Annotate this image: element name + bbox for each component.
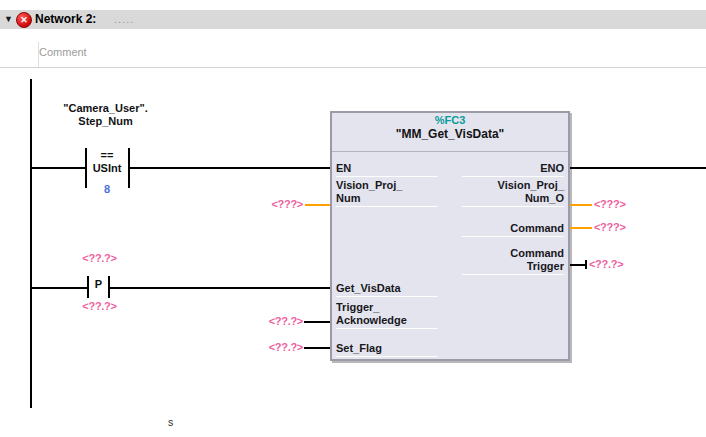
contact1-operator[interactable]: == — [86, 149, 128, 162]
fb-title-separator — [332, 151, 568, 152]
pin-trigger-acknowledge: Trigger_ Acknowledge — [336, 301, 438, 329]
pin-command-trigger-line1: Command — [462, 247, 564, 260]
wire-set-flag — [304, 347, 330, 349]
operand-vision-proj-num-o-placeholder[interactable]: <???> — [594, 198, 644, 211]
wire-command-out — [570, 227, 592, 229]
comment-field[interactable]: Comment — [39, 46, 87, 59]
ladder-editor-canvas: ▼ ✕ Network 2: ..... Comment "Camera_Use… — [0, 0, 706, 437]
operand-command-placeholder[interactable]: <???> — [594, 221, 644, 234]
wire-rail-to-contact1 — [31, 167, 85, 169]
fb-block-mm-get-visdata[interactable]: %FC3 "MM_Get_VisData" EN Vision_Proj_ Nu… — [330, 111, 570, 361]
pin-en: EN — [336, 162, 438, 177]
contact1-operand[interactable]: "Camera_User". Step_Num — [28, 102, 183, 128]
pin-vision-proj-num-o: Vision_Proj_ Num_O — [462, 179, 564, 207]
power-rail — [30, 79, 32, 408]
operand-command-trigger-placeholder[interactable]: <??.?> — [589, 258, 639, 271]
contact2-operand-placeholder[interactable]: <??.?> — [62, 252, 137, 265]
pin-vision-proj-num-o-line1: Vision_Proj_ — [462, 179, 564, 192]
network-header[interactable]: ▼ ✕ Network 2: ..... — [0, 10, 706, 29]
pin-vision-proj-num: Vision_Proj_ Num — [336, 179, 438, 207]
pin-vision-proj-num-line1: Vision_Proj_ — [336, 179, 438, 192]
pin-command: Command — [462, 222, 564, 237]
contact1-operand-line1: "Camera_User". — [28, 102, 183, 115]
pin-vision-proj-num-line2: Num — [336, 192, 438, 205]
contact2-edge-memory-placeholder[interactable]: <??.?> — [62, 300, 137, 313]
wire-command-trigger-terminal-tick — [585, 260, 587, 269]
fb-name[interactable]: "MM_Get_VisData" — [332, 127, 568, 141]
wire-contact2-to-block — [110, 287, 330, 289]
operand-vision-proj-num-placeholder[interactable]: <???> — [253, 198, 303, 211]
contact1-compare-value[interactable]: 8 — [86, 183, 128, 196]
network-title[interactable]: Network 2: — [35, 12, 96, 27]
comment-divider — [0, 67, 706, 68]
pin-command-trigger-line2: Trigger — [462, 260, 564, 273]
error-x-glyph: ✕ — [20, 16, 28, 25]
pin-trigger-acknowledge-line2: Acknowledge — [336, 314, 438, 327]
wire-rail-to-contact2 — [31, 287, 87, 289]
operand-trigger-acknowledge-placeholder[interactable]: <??.?> — [253, 315, 303, 328]
wire-contact1-to-block-en — [130, 167, 330, 169]
network-title-placeholder[interactable]: ..... — [114, 13, 134, 26]
wire-vision-proj-num-o — [570, 204, 592, 206]
wire-vision-proj-num — [305, 204, 330, 206]
pin-command-trigger: Command Trigger — [462, 247, 564, 275]
stray-text: s — [168, 416, 173, 428]
pin-trigger-acknowledge-line1: Trigger_ — [336, 301, 438, 314]
wire-eno-out — [570, 167, 706, 169]
operand-set-flag-placeholder[interactable]: <??.?> — [253, 341, 303, 354]
wire-command-trigger-out — [570, 264, 586, 266]
pin-eno: ENO — [462, 162, 564, 177]
network-error-icon: ✕ — [16, 12, 32, 28]
wire-trigger-acknowledge — [304, 321, 330, 323]
collapse-triangle-icon[interactable]: ▼ — [4, 13, 13, 25]
pin-set-flag: Set_Flag — [336, 342, 438, 357]
pin-get-visdata: Get_VisData — [336, 282, 438, 297]
pin-vision-proj-num-o-line2: Num_O — [462, 192, 564, 205]
fb-address: %FC3 — [332, 114, 568, 127]
contact2-p-label[interactable]: P — [87, 278, 110, 291]
contact1-datatype[interactable]: USInt — [86, 162, 128, 175]
contact1-operand-line2: Step_Num — [28, 115, 183, 128]
